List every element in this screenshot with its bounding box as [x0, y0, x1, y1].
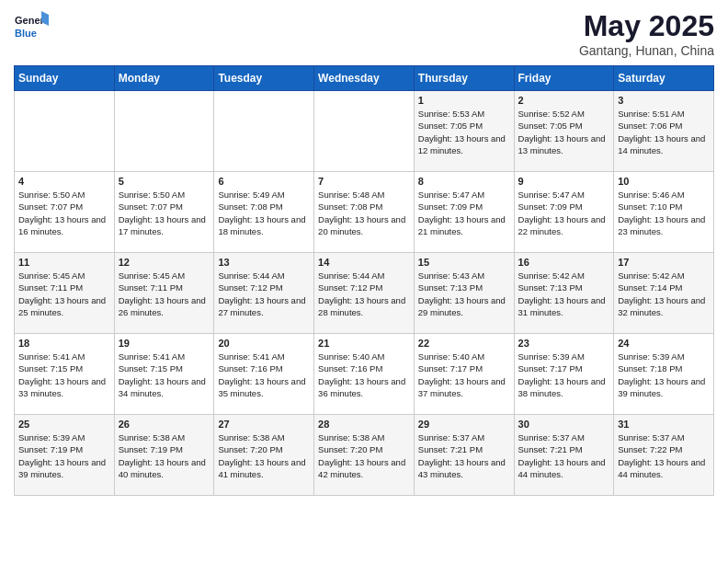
day-detail: Sunrise: 5:39 AM: [618, 350, 710, 362]
calendar-cell: 2Sunrise: 5:52 AMSunset: 7:05 PMDaylight…: [514, 91, 614, 172]
calendar-cell: 17Sunrise: 5:42 AMSunset: 7:14 PMDayligh…: [614, 253, 714, 334]
day-detail: Daylight: 13 hours and 43 minutes.: [418, 456, 510, 481]
day-number: 28: [318, 419, 410, 430]
calendar-table: SundayMondayTuesdayWednesdayThursdayFrid…: [14, 65, 714, 496]
day-detail: Sunset: 7:12 PM: [318, 282, 410, 293]
day-detail: Daylight: 13 hours and 26 minutes.: [119, 294, 210, 319]
day-detail: Sunset: 7:21 PM: [518, 443, 610, 455]
day-number: 13: [218, 257, 310, 268]
calendar-body: 1Sunrise: 5:53 AMSunset: 7:05 PMDaylight…: [15, 91, 714, 496]
day-detail: Daylight: 13 hours and 37 minutes.: [418, 375, 510, 400]
day-detail: Sunrise: 5:48 AM: [318, 189, 410, 201]
day-detail: Sunrise: 5:50 AM: [119, 189, 210, 201]
day-detail: Sunset: 7:20 PM: [218, 443, 310, 455]
day-detail: Sunset: 7:11 PM: [119, 282, 210, 293]
day-number: 15: [418, 257, 510, 268]
header-day-tuesday: Tuesday: [214, 66, 314, 91]
day-number: 24: [618, 338, 710, 349]
page-header: General Blue May 2025 Gantang, Hunan, Ch…: [14, 9, 714, 58]
day-detail: Sunrise: 5:42 AM: [518, 270, 610, 282]
day-detail: Sunset: 7:05 PM: [418, 120, 510, 132]
header-day-thursday: Thursday: [414, 66, 514, 91]
day-detail: Sunset: 7:07 PM: [18, 201, 110, 213]
day-detail: Daylight: 13 hours and 13 minutes.: [518, 132, 610, 157]
day-detail: Daylight: 13 hours and 27 minutes.: [218, 294, 310, 319]
day-detail: Daylight: 13 hours and 14 minutes.: [618, 132, 710, 157]
day-number: 29: [418, 419, 510, 430]
day-detail: Sunrise: 5:41 AM: [218, 350, 310, 362]
day-number: 26: [119, 419, 210, 430]
header-day-monday: Monday: [114, 66, 214, 91]
day-detail: Sunset: 7:13 PM: [418, 282, 510, 293]
day-detail: Daylight: 13 hours and 28 minutes.: [318, 294, 410, 319]
calendar-week-row: 1Sunrise: 5:53 AMSunset: 7:05 PMDaylight…: [15, 91, 714, 172]
day-number: 5: [119, 176, 210, 187]
day-detail: Daylight: 13 hours and 31 minutes.: [518, 294, 610, 319]
day-detail: Daylight: 13 hours and 35 minutes.: [218, 375, 310, 400]
day-detail: Daylight: 13 hours and 32 minutes.: [618, 294, 710, 319]
calendar-cell: [15, 91, 115, 172]
day-detail: Daylight: 13 hours and 12 minutes.: [418, 132, 510, 157]
day-detail: Sunrise: 5:40 AM: [418, 350, 510, 362]
calendar-cell: [214, 91, 314, 172]
day-detail: Sunrise: 5:45 AM: [119, 270, 210, 282]
day-detail: Sunset: 7:12 PM: [218, 282, 310, 293]
day-detail: Daylight: 13 hours and 39 minutes.: [618, 375, 710, 400]
day-detail: Sunrise: 5:47 AM: [518, 189, 610, 201]
calendar-cell: 22Sunrise: 5:40 AMSunset: 7:17 PMDayligh…: [414, 334, 514, 415]
day-detail: Daylight: 13 hours and 44 minutes.: [518, 456, 610, 481]
day-number: 4: [18, 176, 110, 187]
day-number: 9: [518, 176, 610, 187]
day-detail: Sunrise: 5:39 AM: [18, 431, 110, 443]
day-detail: Sunrise: 5:44 AM: [218, 270, 310, 282]
day-detail: Sunset: 7:11 PM: [18, 282, 110, 293]
day-detail: Sunset: 7:09 PM: [518, 201, 610, 213]
day-detail: Sunset: 7:17 PM: [518, 362, 610, 374]
day-detail: Daylight: 13 hours and 29 minutes.: [418, 294, 510, 319]
day-detail: Daylight: 13 hours and 22 minutes.: [518, 213, 610, 238]
day-number: 3: [618, 95, 710, 106]
calendar-cell: 30Sunrise: 5:37 AMSunset: 7:21 PMDayligh…: [514, 415, 614, 496]
day-detail: Sunrise: 5:50 AM: [18, 189, 110, 201]
day-detail: Sunset: 7:13 PM: [518, 282, 610, 293]
day-detail: Daylight: 13 hours and 18 minutes.: [218, 213, 310, 238]
calendar-cell: 16Sunrise: 5:42 AMSunset: 7:13 PMDayligh…: [514, 253, 614, 334]
day-number: 27: [218, 419, 310, 430]
day-detail: Daylight: 13 hours and 20 minutes.: [318, 213, 410, 238]
calendar-cell: 1Sunrise: 5:53 AMSunset: 7:05 PMDaylight…: [414, 91, 514, 172]
calendar-cell: [314, 91, 415, 172]
calendar-header: SundayMondayTuesdayWednesdayThursdayFrid…: [15, 66, 714, 91]
day-number: 14: [318, 257, 410, 268]
svg-text:Blue: Blue: [15, 28, 37, 39]
day-detail: Sunset: 7:16 PM: [318, 362, 410, 374]
logo-svg: General Blue: [14, 9, 49, 44]
calendar-cell: 23Sunrise: 5:39 AMSunset: 7:17 PMDayligh…: [514, 334, 614, 415]
day-detail: Sunset: 7:10 PM: [618, 201, 710, 213]
day-number: 11: [18, 257, 110, 268]
day-detail: Sunrise: 5:38 AM: [318, 431, 410, 443]
calendar-cell: 12Sunrise: 5:45 AMSunset: 7:11 PMDayligh…: [114, 253, 214, 334]
day-detail: Sunset: 7:08 PM: [218, 201, 310, 213]
day-detail: Sunrise: 5:45 AM: [18, 270, 110, 282]
day-detail: Sunset: 7:07 PM: [119, 201, 210, 213]
day-number: 16: [518, 257, 610, 268]
day-number: 20: [218, 338, 310, 349]
day-detail: Daylight: 13 hours and 39 minutes.: [18, 456, 110, 481]
day-detail: Sunset: 7:18 PM: [618, 362, 710, 374]
day-detail: Daylight: 13 hours and 38 minutes.: [518, 375, 610, 400]
day-detail: Sunrise: 5:39 AM: [518, 350, 610, 362]
day-detail: Sunrise: 5:43 AM: [418, 270, 510, 282]
month-year-title: May 2025: [579, 9, 714, 43]
calendar-cell: 10Sunrise: 5:46 AMSunset: 7:10 PMDayligh…: [614, 172, 714, 253]
calendar-cell: 29Sunrise: 5:37 AMSunset: 7:21 PMDayligh…: [414, 415, 514, 496]
header-day-sunday: Sunday: [15, 66, 115, 91]
day-detail: Daylight: 13 hours and 17 minutes.: [119, 213, 210, 238]
day-detail: Sunrise: 5:46 AM: [618, 189, 710, 201]
title-block: May 2025 Gantang, Hunan, China: [579, 9, 714, 58]
day-detail: Sunrise: 5:37 AM: [518, 431, 610, 443]
day-detail: Sunrise: 5:38 AM: [218, 431, 310, 443]
day-detail: Sunset: 7:17 PM: [418, 362, 510, 374]
calendar-cell: [114, 91, 214, 172]
day-detail: Sunrise: 5:47 AM: [418, 189, 510, 201]
day-number: 22: [418, 338, 510, 349]
